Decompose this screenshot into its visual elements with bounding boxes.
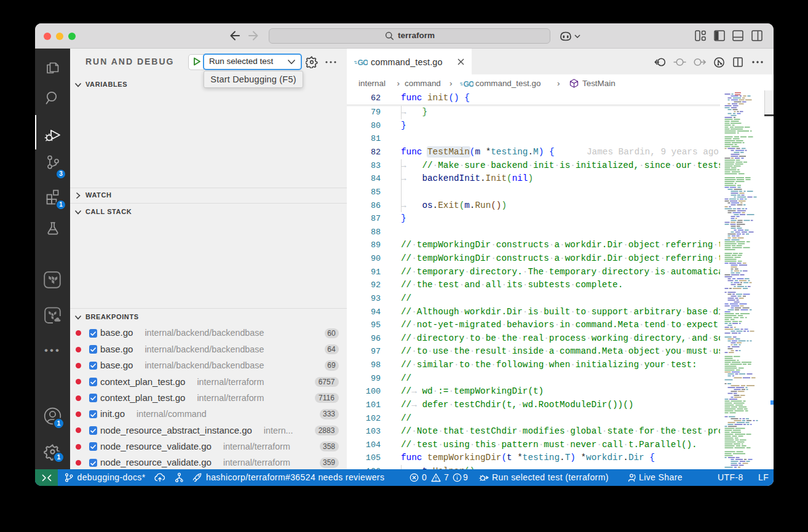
svg-text:GO: GO — [464, 80, 474, 88]
svg-text:GO: GO — [358, 58, 368, 66]
